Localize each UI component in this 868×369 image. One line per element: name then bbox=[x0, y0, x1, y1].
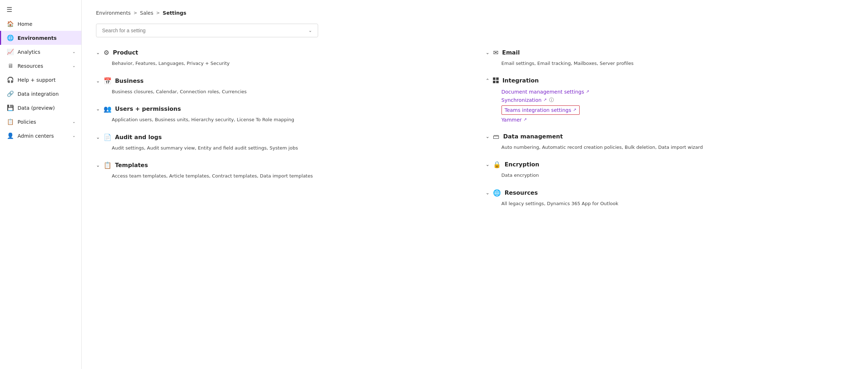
section-icon-email: ✉ bbox=[493, 49, 498, 56]
section-icon-templates: 📋 bbox=[104, 161, 111, 169]
sidebar-label-analytics: Analytics bbox=[18, 49, 69, 55]
section-chevron-templates[interactable]: ⌄ bbox=[96, 162, 100, 168]
breadcrumb-sales[interactable]: Sales bbox=[140, 10, 153, 16]
section-header-users-permissions: ⌄ 👥 Users + permissions bbox=[96, 105, 464, 113]
hamburger-menu[interactable]: ☰ bbox=[0, 0, 81, 17]
sidebar-item-policies[interactable]: 📋 Policies ⌄ bbox=[0, 115, 81, 129]
section-items-email: Email settings, Email tracking, Mailboxe… bbox=[486, 60, 854, 67]
search-input[interactable] bbox=[102, 28, 308, 33]
sidebar-label-policies: Policies bbox=[18, 119, 69, 125]
ext-icon-yammer: ↗ bbox=[523, 117, 527, 122]
section-icon-users-permissions: 👥 bbox=[104, 105, 111, 113]
sidebar-chevron-resources: ⌄ bbox=[72, 63, 76, 68]
section-items-product: Behavior, Features, Languages, Privacy +… bbox=[96, 60, 464, 67]
search-bar[interactable]: ⌄ bbox=[96, 24, 318, 37]
section-product: ⌄ ⚙ Product Behavior, Features, Language… bbox=[96, 49, 464, 67]
link-doc-mgmt[interactable]: Document management settings ↗ bbox=[502, 89, 589, 95]
section-title-integration: Integration bbox=[502, 77, 539, 84]
sidebar-item-analytics[interactable]: 📈 Analytics ⌄ bbox=[0, 45, 81, 59]
sidebar-item-data-integration[interactable]: 🔗 Data integration bbox=[0, 87, 81, 101]
section-header-audit-logs: ⌄ 📄 Audit and logs bbox=[96, 133, 464, 141]
sidebar-label-environments: Environments bbox=[18, 35, 76, 41]
sidebar-item-resources[interactable]: 🖥 Resources ⌄ bbox=[0, 59, 81, 73]
sidebar-chevron-admin-centers: ⌄ bbox=[72, 133, 76, 138]
link-yammer[interactable]: Yammer ↗ bbox=[502, 117, 527, 123]
section-chevron-data-management[interactable]: ⌄ bbox=[486, 134, 490, 139]
sidebar: ☰ 🏠 Home 🌐 Environments 📈 Analytics ⌄ 🖥 … bbox=[0, 0, 82, 369]
section-chevron-users-permissions[interactable]: ⌄ bbox=[96, 106, 100, 112]
section-chevron-audit-logs[interactable]: ⌄ bbox=[96, 134, 100, 140]
link-label-teams: Teams integration settings bbox=[505, 107, 571, 113]
breadcrumb-environments[interactable]: Environments bbox=[96, 10, 131, 16]
link-label-sync: Synchronization bbox=[502, 97, 542, 103]
section-icon-resources: 🌐 bbox=[493, 189, 501, 197]
section-title-data-management: Data management bbox=[503, 133, 563, 140]
section-chevron-product[interactable]: ⌄ bbox=[96, 50, 100, 55]
section-title-product: Product bbox=[113, 49, 138, 56]
sidebar-chevron-analytics: ⌄ bbox=[72, 49, 76, 54]
sidebar-item-help-support[interactable]: 🎧 Help + support bbox=[0, 73, 81, 87]
section-items-users-permissions: Application users, Business units, Hiera… bbox=[96, 116, 464, 123]
section-integration: ⌃ Integration Document management settin… bbox=[486, 77, 854, 123]
section-icon-audit-logs: 📄 bbox=[104, 133, 111, 141]
section-title-business: Business bbox=[115, 77, 144, 84]
sidebar-item-home[interactable]: 🏠 Home bbox=[0, 17, 81, 31]
section-chevron-email[interactable]: ⌄ bbox=[486, 50, 490, 55]
section-chevron-resources[interactable]: ⌄ bbox=[486, 190, 490, 195]
sidebar-icon-data-preview: 💾 bbox=[7, 104, 14, 111]
sidebar-label-help-support: Help + support bbox=[18, 77, 76, 83]
right-column: ⌄ ✉ Email Email settings, Email tracking… bbox=[486, 49, 854, 207]
section-encryption: ⌄ 🔒 Encryption Data encryption bbox=[486, 161, 854, 179]
sidebar-item-environments[interactable]: 🌐 Environments bbox=[0, 31, 81, 45]
section-title-encryption: Encryption bbox=[504, 161, 539, 168]
link-label-doc-mgmt: Document management settings bbox=[502, 89, 584, 95]
section-items-audit-logs: Audit settings, Audit summary view, Enti… bbox=[96, 145, 464, 152]
sidebar-label-resources: Resources bbox=[18, 63, 69, 69]
link-label-yammer: Yammer bbox=[502, 117, 522, 123]
ext-icon-doc-mgmt: ↗ bbox=[586, 89, 589, 94]
sidebar-icon-resources: 🖥 bbox=[7, 62, 14, 69]
link-sync[interactable]: Synchronization ↗ ⓘ bbox=[502, 97, 554, 103]
ext-icon-sync: ↗ bbox=[543, 98, 547, 102]
section-header-data-management: ⌄ 🗃 Data management bbox=[486, 133, 854, 140]
section-icon-business: 📅 bbox=[104, 77, 111, 85]
section-items-encryption: Data encryption bbox=[486, 172, 854, 179]
breadcrumb-current: Settings bbox=[163, 10, 186, 16]
sidebar-item-data-preview[interactable]: 💾 Data (preview) bbox=[0, 101, 81, 115]
sidebar-icon-home: 🏠 bbox=[7, 20, 14, 27]
section-header-product: ⌄ ⚙ Product bbox=[96, 49, 464, 56]
sidebar-chevron-policies: ⌄ bbox=[72, 119, 76, 124]
ext-icon-teams: ↗ bbox=[573, 108, 576, 112]
breadcrumb: Environments > Sales > Settings bbox=[96, 10, 854, 16]
section-header-encryption: ⌄ 🔒 Encryption bbox=[486, 161, 854, 168]
main-content: Environments > Sales > Settings ⌄ ⌄ ⚙ Pr… bbox=[82, 0, 868, 369]
link-teams[interactable]: Teams integration settings ↗ bbox=[502, 105, 580, 115]
section-header-templates: ⌄ 📋 Templates bbox=[96, 161, 464, 169]
section-icon-data-management: 🗃 bbox=[493, 133, 499, 140]
sidebar-label-admin-centers: Admin centers bbox=[18, 133, 69, 139]
sidebar-label-data-preview: Data (preview) bbox=[18, 105, 76, 111]
sidebar-item-admin-centers[interactable]: 👤 Admin centers ⌄ bbox=[0, 129, 81, 143]
sidebar-label-data-integration: Data integration bbox=[18, 91, 76, 97]
integration-links: Document management settings ↗ Synchroni… bbox=[486, 89, 854, 123]
section-icon-encryption: 🔒 bbox=[493, 161, 501, 168]
section-chevron-integration[interactable]: ⌃ bbox=[486, 78, 490, 83]
sidebar-icon-data-integration: 🔗 bbox=[7, 90, 14, 97]
sidebar-icon-admin-centers: 👤 bbox=[7, 132, 14, 139]
section-items-resources: All legacy settings, Dynamics 365 App fo… bbox=[486, 200, 854, 207]
section-title-templates: Templates bbox=[115, 162, 148, 169]
sidebar-icon-help-support: 🎧 bbox=[7, 76, 14, 83]
section-items-data-management: Auto numbering, Automatic record creatio… bbox=[486, 144, 854, 151]
sidebar-label-home: Home bbox=[18, 21, 76, 27]
section-chevron-encryption[interactable]: ⌄ bbox=[486, 162, 490, 167]
section-header-email: ⌄ ✉ Email bbox=[486, 49, 854, 56]
section-icon-integration bbox=[493, 77, 499, 83]
section-items-business: Business closures, Calendar, Connection … bbox=[96, 88, 464, 95]
section-icon-product: ⚙ bbox=[104, 49, 109, 56]
section-chevron-business[interactable]: ⌄ bbox=[96, 78, 100, 84]
section-business: ⌄ 📅 Business Business closures, Calendar… bbox=[96, 77, 464, 95]
sidebar-icon-environments: 🌐 bbox=[7, 34, 14, 41]
sidebar-icon-policies: 📋 bbox=[7, 118, 14, 125]
info-icon-sync: ⓘ bbox=[549, 97, 554, 103]
search-chevron-icon: ⌄ bbox=[308, 28, 312, 33]
